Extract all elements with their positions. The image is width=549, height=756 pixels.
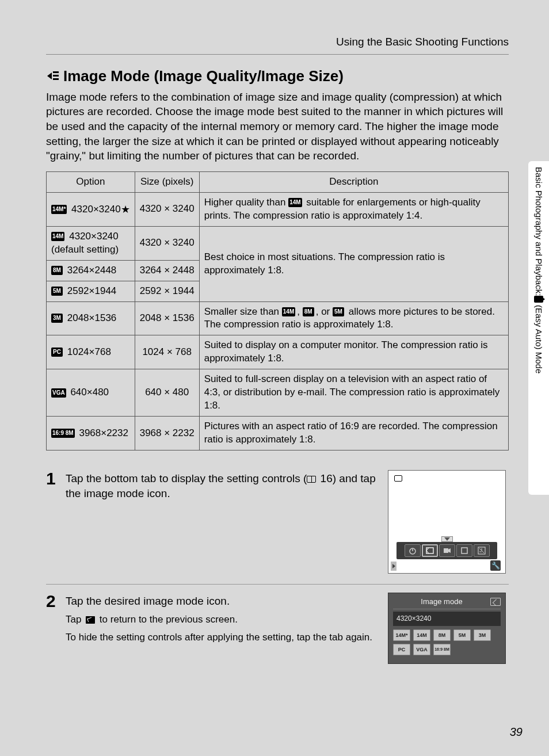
mode-option: 3M	[474, 629, 491, 641]
th-option: Option	[47, 171, 135, 192]
size-badge: 14M	[51, 232, 64, 241]
mode-option: 14M*	[393, 629, 410, 641]
step-heading: Tap the bottom tab to display the settin…	[66, 471, 380, 501]
camera-icon	[394, 475, 402, 482]
table-row: 14M 4320×3240(default setting) 4320 × 32…	[47, 226, 509, 260]
image-mode-slot-icon	[422, 544, 438, 557]
chapter-heading: Using the Basic Shooting Functions	[46, 35, 509, 55]
size-badge: 14M	[288, 198, 302, 207]
size-badge: 5M	[333, 307, 344, 316]
selected-size: 4320×3240	[393, 612, 501, 625]
step: 1 Tap the bottom tab to display the sett…	[46, 462, 509, 584]
size-badge: 3M	[51, 314, 63, 323]
size-badge: 14M*	[51, 205, 67, 214]
size-badge: 8M	[51, 266, 63, 275]
svg-rect-2	[444, 548, 448, 553]
mode-options-grid: 14M* 14M 8M 5M 3M PC VGA 16:9 8M	[393, 629, 501, 655]
chevron-down-icon	[441, 536, 453, 542]
svg-rect-1	[426, 548, 433, 553]
step: 2 Tap the desired image mode icon. Tap t…	[46, 584, 509, 674]
size-badge: VGA	[51, 388, 66, 398]
table-row: 3M 2048×1536 2048 × 1536 Smaller size th…	[47, 301, 509, 335]
figure-image-mode-menu: Image mode 4320×3240 14M* 14M 8M 5M 3M P…	[388, 593, 506, 664]
movie-options-icon	[439, 544, 455, 557]
image-mode-table: Option Size (pixels) Description 14M* 43…	[46, 171, 509, 450]
step-number: 1	[46, 470, 58, 574]
manual-page: Using the Basic Shooting Functions Image…	[0, 0, 549, 756]
step-number: 2	[46, 593, 58, 664]
return-icon	[490, 598, 501, 606]
chapter-side-tab: Basic Photography and Playback: (Easy Au…	[528, 161, 549, 495]
manual-ref-icon	[307, 476, 316, 483]
exposure-comp-icon	[474, 544, 490, 557]
mode-option: PC	[393, 644, 410, 655]
step-text: To hide the setting controls after apply…	[66, 631, 380, 644]
table-row: 14M* 4320×3240★ 4320 × 3240 Higher quali…	[47, 192, 509, 226]
return-icon	[86, 616, 95, 624]
self-timer-icon	[405, 544, 421, 557]
page-title: Image Mode (Image Quality/Image Size)	[46, 66, 509, 86]
svg-rect-3	[462, 548, 467, 553]
th-size: Size (pixels)	[135, 171, 199, 192]
easy-auto-icon	[534, 296, 543, 303]
page-number: 39	[510, 724, 523, 740]
touch-shooting-icon	[456, 544, 472, 557]
mode-option: 5M	[453, 629, 471, 641]
size-badge: 8M	[303, 307, 314, 316]
steps-list: 1 Tap the bottom tab to display the sett…	[46, 462, 509, 674]
step-text: Tap to return to the previous screen.	[66, 613, 380, 627]
mode-option: 14M	[413, 629, 430, 641]
setup-icon: 🔧	[490, 560, 501, 571]
mode-option: 16:9 8M	[433, 644, 451, 655]
menu-title: Image mode	[393, 597, 490, 607]
table-row: VGA 640×480 640 × 480 Suited to full-scr…	[47, 369, 509, 417]
th-desc: Description	[199, 171, 508, 192]
mode-option: 8M	[433, 629, 451, 641]
figure-setting-controls: 🔧	[388, 470, 506, 574]
image-mode-icon	[46, 70, 59, 82]
table-row: 16:9 8M 3968×2232 3968 × 2232 Pictures w…	[47, 417, 509, 450]
intro-paragraph: Image mode refers to the combination of …	[46, 90, 509, 163]
step-heading: Tap the desired image mode icon.	[66, 594, 380, 609]
size-badge: 16:9 8M	[51, 429, 75, 438]
expand-tab-icon	[391, 562, 396, 571]
size-badge: PC	[51, 348, 63, 357]
settings-bar	[396, 542, 497, 559]
size-badge: 14M	[282, 307, 295, 316]
table-row: PC 1024×768 1024 × 768 Suited to display…	[47, 335, 509, 369]
size-badge: 5M	[51, 287, 63, 296]
page-title-text: Image Mode (Image Quality/Image Size)	[63, 66, 344, 86]
mode-option: VGA	[413, 644, 430, 655]
